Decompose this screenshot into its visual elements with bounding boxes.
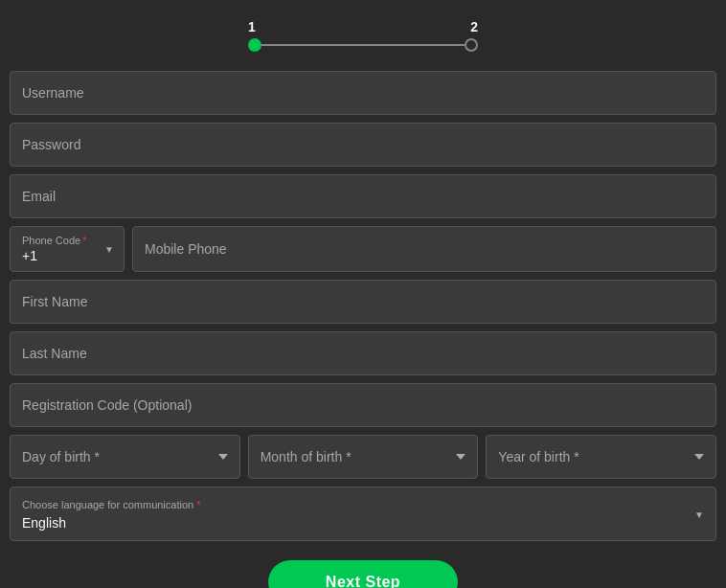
birth-date-row: Day of birth * Month of birth * Year of …: [10, 435, 716, 479]
username-input[interactable]: [10, 71, 716, 115]
next-step-button[interactable]: Next Step: [268, 560, 458, 588]
registration-form: 1 2 Phone Code* +1 ▼: [0, 0, 726, 588]
first-name-group: [10, 280, 716, 324]
password-group: [10, 123, 716, 167]
step-numbers: 1 2: [248, 19, 478, 34]
email-group: [10, 174, 716, 218]
phone-code-value: +1: [22, 248, 112, 263]
email-input[interactable]: [10, 174, 716, 218]
chevron-down-icon: ▼: [694, 509, 704, 519]
chevron-down-icon: ▼: [104, 244, 114, 255]
reg-code-group: [10, 383, 716, 427]
mobile-phone-input[interactable]: [132, 226, 716, 272]
step-2-circle: [465, 38, 478, 52]
day-of-birth-select[interactable]: Day of birth *: [10, 435, 240, 479]
first-name-input[interactable]: [10, 280, 716, 324]
step-1-circle: [248, 38, 261, 52]
step-2-number: 2: [470, 19, 478, 34]
language-label: Choose language for communication *: [22, 499, 201, 510]
phone-code-label: Phone Code*: [22, 235, 112, 246]
language-value: English: [22, 515, 704, 531]
last-name-group: [10, 331, 716, 375]
step-indicator: 1 2: [10, 19, 716, 52]
username-group: [10, 71, 716, 115]
step-line: [248, 38, 478, 52]
language-select[interactable]: Choose language for communication * Engl…: [10, 486, 716, 541]
phone-row: Phone Code* +1 ▼: [10, 226, 716, 272]
step-1-number: 1: [248, 19, 256, 34]
reg-code-input[interactable]: [10, 383, 716, 427]
month-of-birth-select[interactable]: Month of birth *: [248, 435, 479, 479]
phone-code-select[interactable]: Phone Code* +1 ▼: [10, 226, 125, 272]
year-of-birth-select[interactable]: Year of birth *: [486, 435, 716, 479]
last-name-input[interactable]: [10, 331, 716, 375]
step-connector: [261, 44, 465, 46]
mobile-phone-wrapper: [132, 226, 716, 272]
password-input[interactable]: [10, 123, 716, 167]
